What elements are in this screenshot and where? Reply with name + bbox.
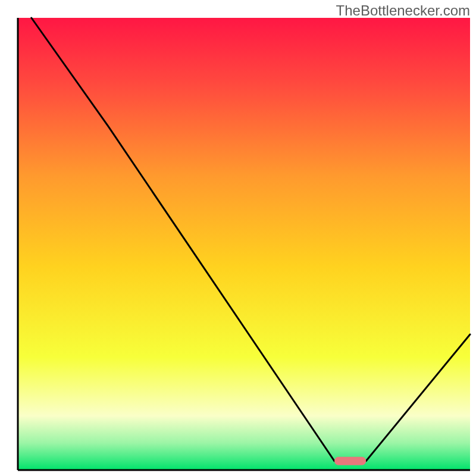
plot-background (18, 18, 470, 470)
optimal-marker (334, 457, 366, 465)
chart-svg (0, 0, 476, 476)
bottleneck-chart: TheBottlenecker.com (0, 0, 476, 476)
attribution-label: TheBottlenecker.com (336, 2, 470, 19)
